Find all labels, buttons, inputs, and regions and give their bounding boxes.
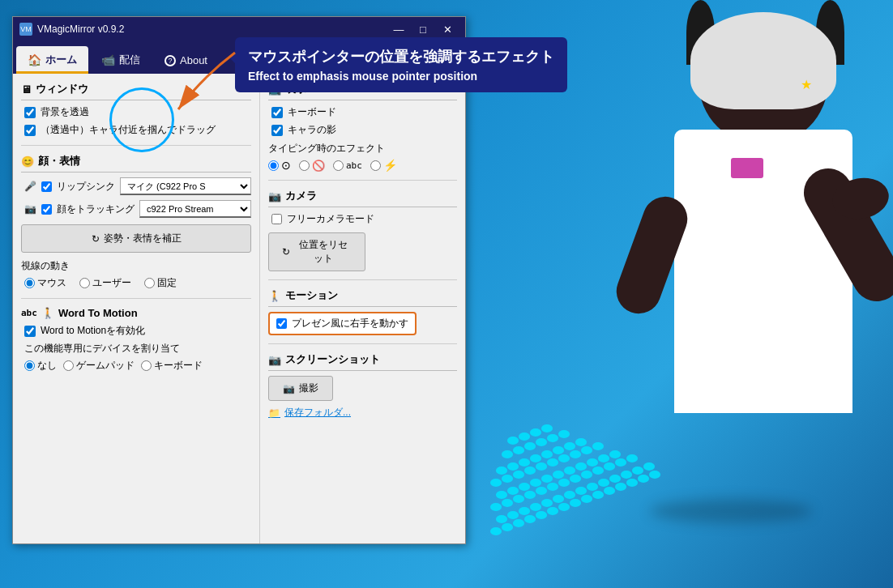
svg-point-59 [558,454,570,462]
title-bar-controls: — □ ✕ [387,21,459,37]
camera-device-select[interactable]: c922 Pro Stream [139,200,251,218]
typing-abc-label: abc [346,160,362,171]
svg-point-56 [524,467,536,475]
svg-point-6 [558,503,570,511]
character-shadow [650,499,812,523]
callout-box: マウスポインターの位置を強調するエフェクト Effect to emphasis… [235,37,567,92]
wtm-enable-label: Word to Motionを有効化 [41,324,145,338]
present-motion-checkbox[interactable] [276,318,287,329]
svg-point-0 [490,527,502,535]
svg-point-73 [524,442,536,450]
camera-section-title: カメラ [285,189,317,203]
svg-point-27 [632,467,643,475]
svg-point-52 [609,450,621,458]
face-section-header: 😊 顔・表情 [21,154,251,173]
svg-point-71 [502,450,513,458]
minimize-button[interactable]: — [387,21,410,37]
mouse-radio[interactable] [24,278,35,288]
bg-transparent-checkbox[interactable] [24,107,36,118]
lip-sync-checkbox[interactable] [41,181,52,192]
capture-button[interactable]: 📷 撮影 [268,376,333,401]
svg-point-58 [547,458,558,467]
view-motion-label-row: 視線の動き [21,259,251,273]
svg-point-17 [519,507,530,515]
drag-row: （透過中）キャラ付近を掴んでドラッグ [21,123,251,137]
svg-point-74 [536,438,547,446]
keyboard-display-checkbox[interactable] [271,107,283,118]
svg-point-76 [558,430,570,438]
keyboard-display-label: キーボード [288,105,336,119]
wtm-device-desc: この機能専用にデバイスを割り当て [21,342,251,356]
scales-pattern: // Generate dot pattern [488,394,666,539]
keyboard-radio-item: キーボード [141,359,203,373]
typing-circle-radio[interactable] [268,160,279,171]
svg-point-45 [530,479,541,487]
svg-point-3 [524,515,536,523]
tab-about-label: About [180,54,207,66]
wtm-header: abc 🚶 Word To Motion [21,307,251,319]
char-bow [731,158,763,178]
svg-point-15 [496,515,507,523]
svg-point-57 [536,462,547,471]
folder-label: 保存フォルダ... [284,406,351,420]
folder-link[interactable]: 📁 保存フォルダ... [268,406,457,420]
close-button[interactable]: ✕ [436,21,459,37]
svg-point-51 [598,454,609,462]
svg-point-63 [496,467,507,475]
gamepad-label: ゲームパッド [76,359,135,373]
calibrate-icon: ↻ [92,233,100,245]
typing-none-item: 🚫 [299,160,325,172]
tab-home[interactable]: 🏠 ホーム [16,46,88,74]
svg-point-12 [626,479,638,487]
svg-point-1 [502,523,513,531]
drag-checkbox[interactable] [24,125,36,136]
none-label: なし [37,359,57,373]
svg-point-7 [570,499,581,507]
right-panel: 📺 表示 キーボード キャラの影 タイピング時のエフェクト ⊙ 🚫 [260,74,465,543]
svg-point-28 [643,462,655,471]
window-section-title: ウィンドウ [36,82,88,96]
none-radio[interactable] [24,360,35,371]
svg-point-37 [581,471,592,479]
char-star: ★ [801,77,812,92]
tab-stream[interactable]: 📹 配信 [90,46,152,74]
svg-point-26 [621,471,632,479]
callout-en-text: Effect to emphasis mouse pointer positio… [248,70,554,83]
typing-lightning-radio[interactable] [370,160,381,171]
callout-jp-text: マウスポインターの位置を強調するエフェクト [248,47,554,66]
svg-point-11 [615,483,626,491]
divider-right-2 [268,279,457,280]
tab-about[interactable]: ? About [153,46,219,74]
keyboard-radio[interactable] [141,360,152,371]
fixed-radio[interactable] [144,278,155,288]
typing-none-radio[interactable] [299,160,310,171]
user-radio-item: ユーザー [79,276,131,290]
calibrate-button[interactable]: ↻ 姿勢・表情を補正 [21,224,251,253]
svg-point-16 [507,511,519,519]
gamepad-radio[interactable] [63,360,74,371]
svg-point-38 [592,467,604,475]
user-radio[interactable] [79,278,90,288]
camera-section-header: 📷 カメラ [268,189,457,207]
wtm-enable-checkbox[interactable] [24,326,36,337]
maximize-button[interactable]: □ [412,21,434,37]
svg-point-66 [530,454,541,462]
svg-point-24 [598,479,609,487]
divider-1 [21,145,251,146]
svg-point-75 [547,434,558,442]
svg-point-67 [541,450,553,458]
svg-point-77 [507,437,519,445]
fixed-radio-item: 固定 [144,276,177,290]
typing-abc-radio[interactable] [333,160,344,171]
face-tracking-checkbox[interactable] [41,204,52,215]
free-camera-checkbox[interactable] [271,214,282,224]
svg-point-69 [564,442,575,450]
svg-point-80 [541,424,553,432]
svg-point-41 [626,454,638,462]
reset-position-button[interactable]: ↻ 位置をリセット [268,232,365,271]
lip-sync-label: リップシンク [57,180,115,194]
gamepad-radio-item: ゲームパッド [63,359,135,373]
svg-point-34 [547,483,558,491]
mic-device-select[interactable]: マイク (C922 Pro S [120,177,251,195]
shadow-checkbox[interactable] [271,125,283,136]
